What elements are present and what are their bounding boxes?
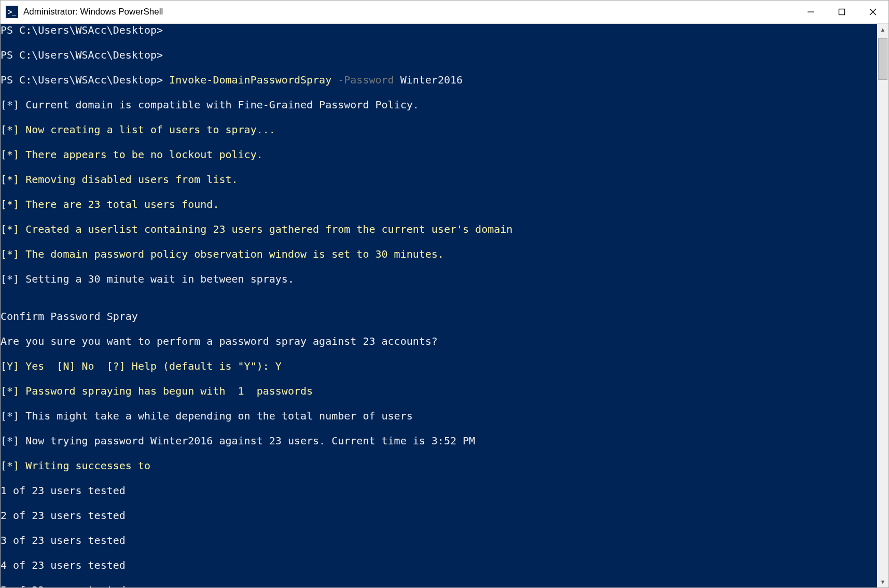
terminal-line: [Y] Yes [N] No [?] Help (default is "Y")… (1, 360, 877, 372)
terminal-text: PS C:\Users\WSAcc\Desktop> (1, 49, 163, 61)
terminal-line: [*] Writing successes to (1, 459, 877, 472)
terminal-wrap: PS C:\Users\WSAcc\Desktop> PS C:\Users\W… (1, 24, 888, 587)
terminal-line: 4 of 23 users tested (1, 559, 877, 571)
scrollbar[interactable]: ▲ ▼ (877, 24, 888, 587)
terminal-text: Are you sure you want to perform a passw… (1, 335, 438, 347)
terminal-line: PS C:\Users\WSAcc\Desktop> (1, 49, 877, 61)
maximize-icon (838, 8, 845, 16)
terminal-line: [*] Current domain is compatible with Fi… (1, 99, 877, 111)
terminal-text: [*] Current domain is compatible with Fi… (1, 99, 419, 111)
terminal-text: 4 of 23 users tested (1, 559, 126, 571)
terminal-line: 1 of 23 users tested (1, 484, 877, 497)
terminal-text: [*] Removing disabled users from list. (1, 173, 238, 186)
scroll-thumb[interactable] (878, 38, 887, 80)
scroll-down-button[interactable]: ▼ (877, 576, 888, 587)
terminal-text: [*] There are 23 total users found. (1, 198, 219, 211)
terminal-line: [*] There appears to be no lockout polic… (1, 148, 877, 161)
terminal-line: Are you sure you want to perform a passw… (1, 335, 877, 347)
window-controls (795, 1, 888, 23)
terminal-line: [*] The domain password policy observati… (1, 248, 877, 260)
terminal-text: 3 of 23 users tested (1, 534, 126, 547)
minimize-icon (807, 8, 814, 16)
terminal-text: PS C:\Users\WSAcc\Desktop> (1, 24, 163, 36)
terminal-line: Confirm Password Spray (1, 310, 877, 323)
terminal-line: PS C:\Users\WSAcc\Desktop> (1, 24, 877, 36)
terminal-line: 2 of 23 users tested (1, 509, 877, 522)
window-title: Administrator: Windows PowerShell (23, 7, 795, 17)
terminal-text: [*] The domain password policy observati… (1, 248, 444, 260)
terminal-text: Confirm Password Spray (1, 310, 138, 323)
terminal-text: PS C:\Users\WSAcc\Desktop> (1, 74, 169, 86)
terminal-text: [*] There appears to be no lockout polic… (1, 148, 263, 161)
terminal-text: 2 of 23 users tested (1, 509, 126, 522)
terminal-line: [*] Setting a 30 minute wait in between … (1, 273, 877, 285)
terminal-line: [*] There are 23 total users found. (1, 198, 877, 211)
close-icon (869, 8, 877, 16)
terminal-line: [*] Now trying password Winter2016 again… (1, 435, 877, 447)
terminal-text: [*] Setting a 30 minute wait in between … (1, 273, 294, 285)
powershell-icon: >_ (6, 6, 18, 18)
close-button[interactable] (857, 1, 888, 23)
terminal-text: -Password (338, 74, 400, 86)
terminal-line: [*] Now creating a list of users to spra… (1, 123, 877, 136)
terminal-text: [*] Password spraying has begun with 1 p… (1, 385, 313, 397)
terminal-line: [*] Created a userlist containing 23 use… (1, 223, 877, 235)
terminal-line: [*] This might take a while depending on… (1, 410, 877, 422)
terminal-text: Invoke-DomainPasswordSpray (169, 74, 338, 86)
terminal-text: 1 of 23 users tested (1, 484, 126, 497)
titlebar[interactable]: >_ Administrator: Windows PowerShell (1, 1, 888, 24)
terminal-text: [*] Now creating a list of users to spra… (1, 123, 275, 136)
terminal-line: 5 of 23 users tested (1, 584, 877, 587)
icon-glyph: >_ (8, 8, 16, 16)
terminal-line: 3 of 23 users tested (1, 534, 877, 547)
minimize-button[interactable] (795, 1, 826, 23)
terminal-line: PS C:\Users\WSAcc\Desktop> Invoke-Domain… (1, 74, 877, 86)
maximize-button[interactable] (826, 1, 857, 23)
svg-rect-1 (839, 9, 845, 15)
powershell-window: >_ Administrator: Windows PowerShell PS … (0, 0, 889, 588)
terminal-text: [*] This might take a while depending on… (1, 410, 413, 422)
terminal-line: [*] Removing disabled users from list. (1, 173, 877, 186)
terminal-text: Winter2016 (400, 74, 463, 86)
terminal-text: [Y] Yes [N] No [?] Help (default is "Y")… (1, 360, 282, 372)
terminal-line: [*] Password spraying has begun with 1 p… (1, 385, 877, 397)
terminal-text: 5 of 23 users tested (1, 584, 126, 587)
terminal-text: [*] Writing successes to (1, 459, 157, 472)
scroll-up-button[interactable]: ▲ (877, 24, 888, 35)
terminal-text: [*] Now trying password Winter2016 again… (1, 435, 475, 447)
terminal[interactable]: PS C:\Users\WSAcc\Desktop> PS C:\Users\W… (1, 24, 877, 587)
terminal-text: [*] Created a userlist containing 23 use… (1, 223, 512, 235)
